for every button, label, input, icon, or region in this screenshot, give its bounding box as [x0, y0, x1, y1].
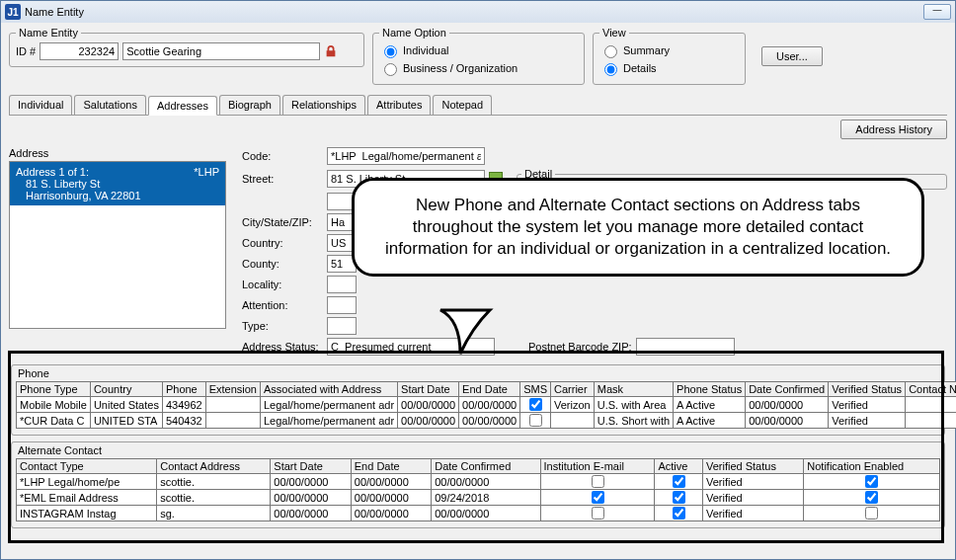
name-option-group: Name Option Individual Business / Organi… [372, 27, 585, 85]
address-list[interactable]: Address 1 of 1: *LHP 81 S. Liberty St Ha… [9, 161, 226, 329]
checkbox[interactable] [865, 475, 878, 488]
type-label: Type: [242, 320, 323, 332]
callout-text: New Phone and Alternate Contact sections… [352, 178, 924, 277]
column-header[interactable]: Phone Status [674, 382, 746, 397]
app-window: J1 Name Entity — Name Entity ID # Name O… [0, 0, 956, 560]
radio-business[interactable]: Business / Organization [379, 60, 518, 76]
checkbox[interactable] [673, 507, 685, 520]
tab-relationships[interactable]: Relationships [282, 95, 365, 115]
column-header[interactable]: Date Confirmed [432, 459, 540, 474]
locality-label: Locality: [242, 279, 323, 290]
column-header[interactable]: Contact Name [906, 382, 956, 397]
checkbox[interactable] [592, 475, 604, 488]
name-option-legend: Name Option [379, 27, 449, 39]
address-history-button[interactable]: Address History [840, 120, 947, 139]
column-header[interactable]: Active [655, 459, 703, 474]
postnet-input[interactable] [636, 338, 735, 356]
content-area: Name Entity ID # Name Option Individual … [1, 23, 955, 532]
column-header[interactable]: Start Date [398, 382, 459, 397]
phone-grid[interactable]: Phone TypeCountryPhoneExtensionAssociate… [16, 381, 956, 429]
alt-title: Alternate Contact [16, 444, 940, 458]
column-header[interactable]: End Date [459, 382, 520, 397]
table-row[interactable]: *EML Email Addressscottie.00/00/000000/0… [17, 490, 940, 506]
attention-input[interactable] [327, 296, 357, 314]
app-icon: J1 [5, 4, 21, 20]
column-header[interactable]: Verified Status [829, 382, 906, 397]
attention-label: Attention: [242, 299, 323, 311]
code-input[interactable] [327, 147, 485, 165]
titlebar: J1 Name Entity — [1, 1, 955, 23]
alternate-contact-section: Alternate Contact Contact TypeContact Ad… [11, 441, 945, 528]
table-row[interactable]: Mobile MobileUnited States434962Legal/ho… [17, 397, 957, 413]
checkbox[interactable] [865, 507, 878, 520]
table-row[interactable]: *LHP Legal/home/pescottie.00/00/000000/0… [17, 474, 940, 490]
tab-individual[interactable]: Individual [9, 95, 72, 115]
column-header[interactable]: End Date [351, 459, 431, 474]
column-header[interactable]: Country [90, 382, 162, 397]
address-list-label: Address [9, 147, 226, 159]
addr-status-label: Address Status: [242, 341, 323, 353]
id-input[interactable] [40, 42, 119, 60]
country-label: Country: [242, 237, 323, 249]
tab-attributes[interactable]: Attributes [367, 95, 431, 115]
column-header[interactable]: Phone [162, 382, 205, 397]
callout: New Phone and Alternate Contact sections… [352, 178, 924, 277]
table-row[interactable]: INSTAGRAM Instagsg.00/00/000000/00/00000… [17, 506, 940, 521]
code-label: Code: [242, 150, 323, 162]
column-header[interactable]: Carrier [551, 382, 595, 397]
phone-title: Phone [16, 367, 940, 381]
name-input[interactable] [122, 42, 320, 60]
checkbox[interactable] [865, 491, 878, 504]
locality-input[interactable] [327, 276, 357, 293]
radio-individual[interactable]: Individual [379, 42, 448, 58]
column-header[interactable]: Contact Address [157, 459, 271, 474]
view-legend: View [599, 27, 629, 39]
column-header[interactable]: SMS [520, 382, 551, 397]
user-button[interactable]: User... [761, 46, 823, 66]
alt-grid[interactable]: Contact TypeContact AddressStart DateEnd… [16, 458, 940, 521]
type-input[interactable] [327, 317, 357, 335]
street-label: Street: [242, 173, 323, 185]
column-header[interactable]: Contact Type [17, 459, 157, 474]
county-label: County: [242, 258, 323, 270]
id-label: ID # [16, 45, 36, 57]
column-header[interactable]: Phone Type [17, 382, 91, 397]
column-header[interactable]: Associated with Address [260, 382, 397, 397]
checkbox[interactable] [529, 398, 542, 411]
city-label: City/State/ZIP: [242, 216, 323, 228]
column-header[interactable]: Institution E-mail [540, 459, 655, 474]
name-entity-group: Name Entity ID # [9, 27, 364, 67]
tab-notepad[interactable]: Notepad [433, 95, 492, 115]
tab-biograph[interactable]: Biograph [219, 95, 280, 115]
minimize-button[interactable]: — [923, 4, 951, 20]
checkbox[interactable] [592, 507, 604, 520]
radio-details[interactable]: Details [599, 60, 657, 76]
checkbox[interactable] [673, 491, 685, 504]
address-item-selected[interactable]: Address 1 of 1: *LHP 81 S. Liberty St Ha… [10, 162, 225, 205]
checkbox[interactable] [592, 491, 604, 504]
column-header[interactable]: Verified Status [702, 459, 803, 474]
view-group: View Summary Details [593, 27, 746, 85]
tab-strip: Individual Salutations Addresses Biograp… [9, 95, 947, 116]
checkbox[interactable] [529, 414, 542, 427]
column-header[interactable]: Extension [205, 382, 260, 397]
checkbox[interactable] [673, 475, 685, 488]
phone-section: Phone Phone TypeCountryPhoneExtensionAss… [11, 364, 945, 436]
column-header[interactable]: Date Confirmed [746, 382, 829, 397]
lock-icon [324, 44, 338, 58]
postnet-label: Postnet Barcode ZIP: [528, 341, 632, 353]
tab-addresses[interactable]: Addresses [148, 96, 217, 116]
column-header[interactable]: Start Date [271, 459, 351, 474]
tab-salutations[interactable]: Salutations [74, 95, 145, 115]
column-header[interactable]: Mask [594, 382, 673, 397]
window-title: Name Entity [25, 6, 923, 18]
name-entity-legend: Name Entity [16, 27, 81, 39]
radio-summary[interactable]: Summary [599, 42, 670, 58]
column-header[interactable]: Notification Enabled [804, 459, 940, 474]
table-row[interactable]: *CUR Data CUNITED STA540432Legal/home/pe… [17, 413, 957, 429]
